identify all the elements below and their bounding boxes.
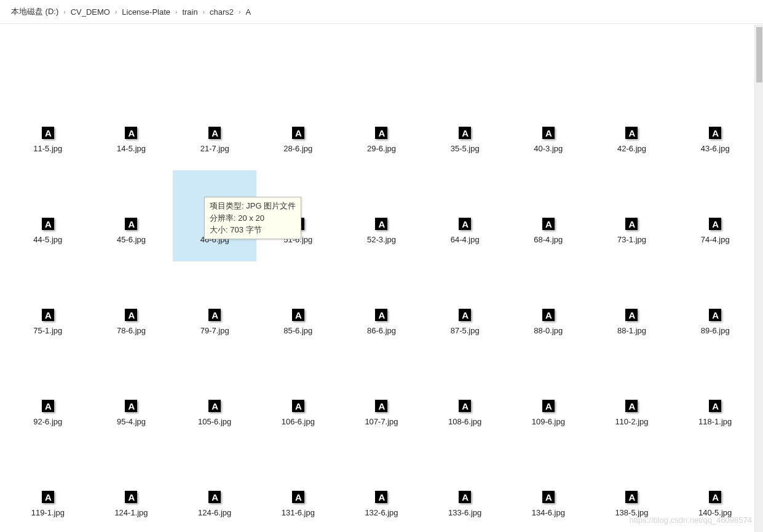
file-item[interactable]: A86-6.jpg [340,261,424,352]
file-item[interactable]: A79-7.jpg [173,261,256,352]
file-item[interactable]: A106-6.jpg [256,352,340,443]
file-thumbnail-icon: A [208,400,221,412]
file-label: 21-7.jpg [200,144,229,153]
file-item[interactable]: A132-6.jpg [340,443,424,531]
file-item[interactable]: A68-4.jpg [507,170,590,261]
file-item[interactable]: A52-3.jpg [340,170,424,261]
file-thumbnail-icon: A [542,309,555,321]
file-item[interactable]: A118-1.jpg [673,352,757,443]
file-item[interactable]: A110-2.jpg [590,352,674,443]
tooltip-line-type: 项目类型: JPG 图片文件 [210,200,296,212]
file-item[interactable]: A21-7.jpg [173,79,256,170]
file-label: 29-6.jpg [367,144,396,153]
file-label: 106-6.jpg [282,417,315,426]
file-item[interactable]: A73-1.jpg [590,170,674,261]
file-item[interactable]: A11-5.jpg [6,79,90,170]
file-item[interactable]: A119-1.jpg [6,443,90,531]
breadcrumb-item[interactable]: A [245,7,251,17]
file-thumbnail-icon: A [125,309,137,321]
breadcrumb[interactable]: 本地磁盘 (D:)›CV_DEMO›License-Plate›train›ch… [0,0,763,24]
file-label: 64-4.jpg [451,235,480,244]
file-thumbnail-icon: A [292,491,304,503]
chevron-right-icon: › [203,9,205,15]
file-item[interactable]: A75-1.jpg [6,261,90,352]
file-thumbnail-icon: A [42,218,54,230]
file-label: 75-1.jpg [33,326,62,335]
file-item[interactable]: A87-5.jpg [423,261,507,352]
file-item[interactable]: A107-7.jpg [340,352,424,443]
breadcrumb-item[interactable]: 本地磁盘 (D:) [11,6,58,17]
breadcrumb-item[interactable]: License-Plate [122,7,170,17]
file-label: 92-6.jpg [33,417,62,426]
file-label: 43-6.jpg [701,144,730,153]
file-label: 45-6.jpg [117,235,146,244]
file-label: 52-3.jpg [367,235,396,244]
file-item[interactable]: A134-6.jpg [507,443,590,531]
file-label: 105-6.jpg [198,417,231,426]
file-thumbnail-icon: A [42,400,54,412]
chevron-right-icon: › [175,9,177,15]
file-label: 88-0.jpg [534,326,563,335]
file-thumbnail-icon: A [542,491,555,503]
file-item[interactable]: A40-3.jpg [507,79,590,170]
file-label: 78-6.jpg [117,326,146,335]
file-item[interactable]: A35-5.jpg [423,79,507,170]
file-item[interactable]: A64-4.jpg [423,170,507,261]
file-thumbnail-icon: A [459,491,471,503]
file-label: 118-1.jpg [698,417,732,426]
file-item[interactable]: A85-6.jpg [256,261,340,352]
file-label: 28-6.jpg [283,144,312,153]
file-thumbnail-icon: A [208,491,221,503]
chevron-right-icon: › [63,9,65,15]
file-item[interactable]: A95-4.jpg [90,352,173,443]
file-item[interactable]: A88-0.jpg [507,261,590,352]
file-item[interactable]: A45-6.jpg [90,170,173,261]
file-item[interactable]: A74-4.jpg [673,170,757,261]
scrollbar-track[interactable] [754,25,763,532]
file-thumbnail-icon: A [42,309,54,321]
file-thumbnail-icon: A [125,218,137,230]
file-item[interactable]: A28-6.jpg [256,79,340,170]
file-item[interactable]: A29-6.jpg [340,79,424,170]
file-item[interactable]: A89-6.jpg [673,261,757,352]
file-item[interactable]: A124-6.jpg [173,443,256,531]
file-item[interactable]: A140-5.jpg [673,443,757,531]
file-label: 107-7.jpg [365,417,398,426]
file-thumbnail-icon: A [125,127,137,139]
file-thumbnail-icon: A [709,309,721,321]
file-label: 134-6.jpg [532,508,565,517]
file-label: 68-4.jpg [534,235,563,244]
file-label: 42-6.jpg [617,144,646,153]
breadcrumb-item[interactable]: CV_DEMO [71,7,110,17]
file-item[interactable]: A44-5.jpg [6,170,90,261]
file-tooltip: 项目类型: JPG 图片文件 分辨率: 20 x 20 大小: 703 字节 [204,197,301,239]
tooltip-line-resolution: 分辨率: 20 x 20 [210,212,296,224]
file-item[interactable]: A133-6.jpg [423,443,507,531]
file-grid: A11-5.jpgA14-5.jpgA21-7.jpgA28-6.jpgA29-… [0,24,763,531]
file-item[interactable]: A14-5.jpg [90,79,173,170]
file-thumbnail-icon: A [542,127,555,139]
file-item[interactable]: A131-6.jpg [256,443,340,531]
file-item[interactable]: A138-5.jpg [590,443,674,531]
scrollbar-thumb[interactable] [756,27,762,82]
file-item[interactable]: A92-6.jpg [6,352,90,443]
file-item[interactable]: A109-6.jpg [507,352,590,443]
file-item[interactable]: A108-6.jpg [423,352,507,443]
file-item[interactable]: A88-1.jpg [590,261,674,352]
file-thumbnail-icon: A [625,127,638,139]
breadcrumb-item[interactable]: chars2 [210,7,234,17]
file-thumbnail-icon: A [709,400,721,412]
breadcrumb-item[interactable]: train [182,7,197,17]
file-item[interactable]: A78-6.jpg [90,261,173,352]
file-thumbnail-icon: A [459,309,471,321]
file-label: 85-6.jpg [283,326,312,335]
file-item[interactable]: A105-6.jpg [173,352,256,443]
file-item[interactable]: A42-6.jpg [590,79,674,170]
file-thumbnail-icon: A [709,491,721,503]
file-label: 74-4.jpg [701,235,730,244]
file-thumbnail-icon: A [459,218,471,230]
file-item[interactable]: A43-6.jpg [673,79,757,170]
file-label: 109-6.jpg [532,417,565,426]
file-item[interactable]: A124-1.jpg [90,443,173,531]
file-label: 124-1.jpg [114,508,148,517]
